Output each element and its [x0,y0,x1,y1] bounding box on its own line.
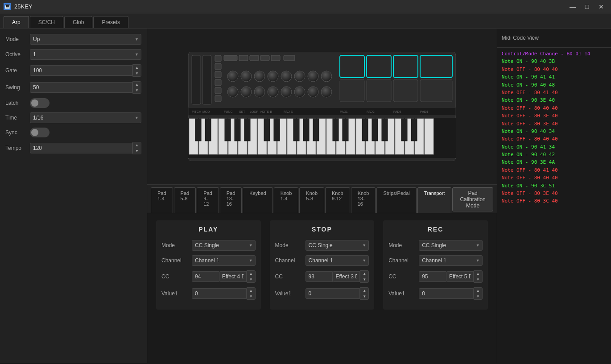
swing-down[interactable]: ▼ [133,87,141,93]
midi-log-entry: Note ON - 90 40 34 [502,128,611,135]
svg-text:PAD S: PAD S [284,110,293,113]
rec-cc-down[interactable]: ▼ [474,277,482,282]
swing-label: Swing [5,84,30,91]
latch-toggle[interactable] [30,98,50,108]
tempo-label: Tempo [5,145,30,151]
rec-value1-down[interactable]: ▼ [474,294,482,299]
play-cc-down[interactable]: ▼ [247,277,255,282]
stop-mode-select[interactable]: CC Single CC Toggle Note [306,240,369,251]
rec-value1-up[interactable]: ▲ [474,288,482,294]
pad-calibration-button[interactable]: Pad Calibration Mode [452,187,493,211]
rec-value1-input[interactable] [419,288,474,299]
tab-pad5-8[interactable]: Pad 5-8 [174,187,196,213]
stop-cc-control: ▲ ▼ [306,270,369,283]
svg-rect-7 [215,87,221,94]
play-cc-number[interactable] [192,271,219,282]
maximize-button[interactable]: □ [581,2,593,12]
tab-keybed[interactable]: Keybed [243,187,272,213]
stop-cc-name[interactable] [333,271,360,282]
tab-glob[interactable]: Glob [64,16,92,28]
tab-pad1-4[interactable]: Pad 1-4 [151,187,173,213]
svg-rect-89 [362,119,368,141]
time-label: Time [5,115,30,121]
main-tabs: Arp SC/CH Glob Presets [0,13,611,29]
midi-header: Midi Code View Clear [497,29,611,48]
tab-knob13-16[interactable]: Knob 13-16 [351,187,376,213]
stop-channel-select[interactable]: Channel 1 Channel 2 [306,255,369,266]
midi-log-entry: Note ON - 90 3E 4A [502,159,611,165]
tab-knob5-8[interactable]: Knob 5-8 [299,187,324,213]
tab-arp[interactable]: Arp [4,16,29,28]
play-cc-name[interactable] [219,271,247,282]
rec-mode-select[interactable]: CC Single CC Toggle Note [419,240,483,251]
tempo-down[interactable]: ▼ [133,148,141,154]
tab-strips-pedal[interactable]: Strips/Pedal [376,187,416,213]
tempo-control: ▲ ▼ [30,142,141,154]
play-mode-label: Mode [161,242,188,248]
midi-log-entry: Note OFF - 80 3E 40 [502,120,611,127]
tab-scch[interactable]: SC/CH [30,16,63,28]
stop-value1-up[interactable]: ▲ [360,288,368,294]
octive-select[interactable]: 1 2 3 4 [30,49,141,60]
tempo-up[interactable]: ▲ [133,142,141,148]
svg-text:PAD3: PAD3 [393,110,401,113]
tab-pad9-12[interactable]: Pad 9-12 [197,187,219,213]
tab-pad13-16[interactable]: Pad 13-16 [220,187,242,213]
mode-select[interactable]: Up Down Up/Down Random [30,34,141,45]
stop-value1-down[interactable]: ▼ [360,294,368,299]
svg-rect-90 [372,119,378,141]
gate-input[interactable] [30,65,132,76]
minimize-button[interactable]: — [566,2,579,12]
tempo-input[interactable] [30,143,132,153]
tab-knob1-4[interactable]: Knob 1-4 [274,187,299,213]
midi-log-entry: Note ON - 90 40 42 [502,151,611,158]
midi-log-entry: Note ON - 90 40 48 [502,82,611,88]
tab-transport[interactable]: Transport [417,187,452,213]
stop-cc-up[interactable]: ▲ [360,271,368,277]
svg-text:LOOP: LOOP [250,110,259,113]
tab-presets[interactable]: Presets [93,16,128,28]
svg-rect-93 [411,119,417,141]
rec-cc-number[interactable] [419,271,446,282]
svg-point-28 [294,87,305,97]
play-value1-down[interactable]: ▼ [247,294,255,299]
stop-cc-number[interactable] [306,271,333,282]
device-visual: PITCH MOD FUNC SET LOOP NOTE B PAD S PAD… [147,29,497,184]
play-cc-up[interactable]: ▲ [247,271,255,277]
play-value1-up[interactable]: ▲ [247,288,255,294]
rec-cc-name[interactable] [446,271,474,282]
play-channel-label: Channel [161,257,188,264]
tab-knob9-12[interactable]: Knob 9-12 [325,187,350,213]
swing-input[interactable] [30,82,132,93]
rec-cc-up[interactable]: ▲ [474,271,482,277]
stop-value1-input[interactable] [306,288,360,299]
midi-log-entry: Note OFF - 80 41 40 [502,167,611,174]
midi-log-entry: Note OFF - 80 3E 40 [502,190,611,197]
stop-channel-row: Channel Channel 1 Channel 2 [275,255,369,266]
stop-channel-label: Channel [275,257,302,264]
gate-up[interactable]: ▲ [133,65,141,70]
gate-down[interactable]: ▼ [133,70,141,76]
time-select[interactable]: 1/16 1/8 1/4 1/2 1/1 [30,112,141,123]
midi-title: Midi Code View [502,35,539,41]
stop-cc-down[interactable]: ▼ [360,277,368,282]
rec-section: REC Mode CC Single CC Toggle Note [383,220,488,310]
svg-rect-1 [192,55,201,104]
svg-rect-2 [202,55,211,104]
svg-rect-88 [343,119,348,141]
play-section: PLAY Mode CC Single CC Toggle Note [156,220,261,310]
svg-rect-84 [293,119,299,141]
close-button[interactable]: ✕ [595,2,607,12]
play-channel-select[interactable]: Channel 1 Channel 2 [192,255,256,266]
play-cc-row: CC ▲ ▼ [161,270,256,283]
svg-rect-14 [284,55,295,61]
rec-channel-select[interactable]: Channel 1 Channel 2 [419,255,483,266]
svg-rect-86 [313,119,319,141]
play-value1-input[interactable] [192,288,247,299]
sync-row: Sync [5,128,141,137]
svg-rect-35 [340,79,364,102]
play-cc-control: ▲ ▼ [192,270,256,283]
swing-up[interactable]: ▲ [133,82,141,87]
sync-toggle[interactable] [30,128,50,137]
play-mode-select[interactable]: CC Single CC Toggle Note [192,240,256,251]
